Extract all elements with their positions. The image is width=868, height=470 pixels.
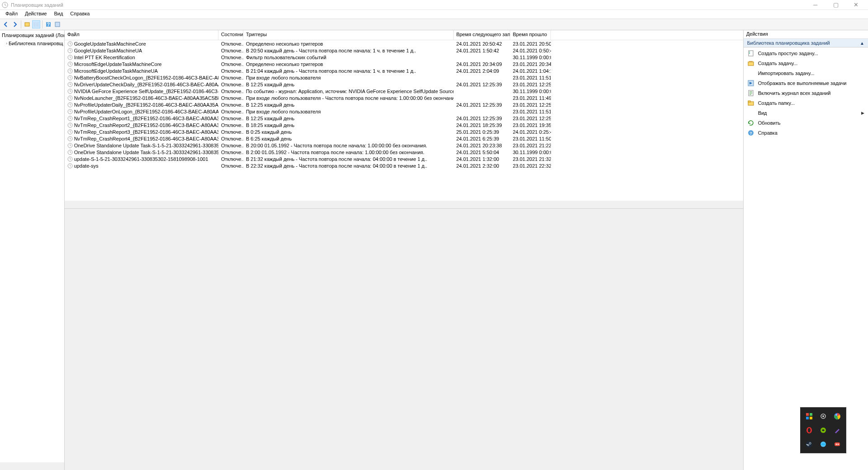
svg-rect-39 [806, 413, 809, 416]
tray-settings-icon[interactable] [818, 411, 829, 422]
task-row[interactable]: NvNodeLauncher_{B2FE1952-0186-46C3-BAEC-… [65, 94, 743, 101]
blank-icon [747, 70, 754, 77]
clock-icon [67, 89, 73, 94]
menu-view[interactable]: Вид [50, 10, 66, 19]
toolbar: ? [0, 19, 868, 30]
col-state[interactable]: Состояние [218, 30, 243, 40]
actions-title: Действия [744, 30, 868, 39]
task-row[interactable]: MicrosoftEdgeUpdateTaskMachineUA Отключе… [65, 67, 743, 74]
toolbar-btn-2[interactable] [32, 20, 40, 28]
toolbar-btn-1[interactable] [23, 20, 31, 28]
clock-icon [67, 150, 73, 155]
task-row[interactable]: update-sys Отключе... В 22:32 каждый ден… [65, 162, 743, 169]
system-tray-popup [800, 407, 846, 453]
tree-scrollbar[interactable] [0, 462, 64, 470]
task-row[interactable]: OneDrive Standalone Update Task-S-1-5-21… [65, 149, 743, 155]
svg-rect-8 [7, 43, 8, 44]
running-icon [747, 80, 754, 87]
maximize-button[interactable]: ▢ [825, 0, 846, 9]
tree-library[interactable]: › Библиотека планировщ [1, 39, 63, 47]
task-row[interactable]: GoogleUpdateTaskMachineCore Отключе... О… [65, 40, 743, 47]
collapse-icon[interactable]: ▲ [860, 41, 864, 46]
back-button[interactable] [2, 20, 10, 28]
action-item[interactable]: Включить журнал всех заданий [744, 88, 868, 98]
toolbar-btn-4[interactable] [53, 20, 62, 28]
task2-icon [747, 60, 754, 67]
tree-root[interactable]: Планировщик заданий (Лок [1, 31, 63, 39]
clock-icon [67, 116, 73, 121]
tray-discord-icon[interactable] [832, 439, 843, 450]
task-icon [747, 50, 754, 57]
action-item[interactable]: Отображать все выполняемые задачи [744, 78, 868, 88]
task-row[interactable]: Intel PTT EK Recertification Отключе... … [65, 54, 743, 61]
tray-brush-icon[interactable] [832, 425, 843, 436]
task-row[interactable]: NvDriverUpdateCheckDaily_{B2FE1952-0186-… [65, 81, 743, 88]
menubar: Файл Действие Вид Справка [0, 10, 868, 19]
svg-point-44 [822, 415, 824, 417]
clock-icon [67, 163, 73, 169]
task-row[interactable]: NvTmRep_CrashReport1_{B2FE1952-0186-46C3… [65, 115, 743, 122]
menu-file[interactable]: Файл [2, 10, 21, 19]
svg-rect-31 [748, 62, 754, 66]
task-row[interactable]: NvProfileUpdaterOnLogon_{B2FE1952-0186-4… [65, 108, 743, 115]
actions-pane: Действия Библиотека планировщика заданий… [744, 30, 868, 470]
tree-pane: Планировщик заданий (Лок › Библиотека пл… [0, 30, 65, 470]
task-row[interactable]: NvTmRep_CrashReport2_{B2FE1952-0186-46C3… [65, 122, 743, 128]
titlebar: Планировщик заданий ─ ▢ ✕ [0, 0, 868, 10]
clock-icon [67, 129, 73, 135]
action-item[interactable]: Создать папку... [744, 98, 868, 108]
actions-section[interactable]: Библиотека планировщика заданий ▲ [744, 39, 868, 47]
col-next[interactable]: Время следующего запуска [454, 30, 510, 40]
details-pane [65, 209, 743, 470]
minimize-button[interactable]: ─ [805, 0, 825, 9]
svg-rect-36 [748, 101, 750, 102]
action-item[interactable]: Вид▶ [744, 108, 868, 118]
action-item[interactable]: Создать простую задачу... [744, 48, 868, 58]
task-row[interactable]: MicrosoftEdgeUpdateTaskMachineCore Отклю… [65, 61, 743, 67]
app-icon [2, 2, 8, 8]
svg-text:?: ? [47, 22, 50, 27]
svg-point-57 [838, 444, 839, 445]
clock-icon [67, 75, 73, 80]
list-scrollbar[interactable] [65, 201, 743, 208]
col-file[interactable]: Файл [65, 30, 218, 40]
task-row[interactable]: OneDrive Standalone Update Task-S-1-5-21… [65, 142, 743, 149]
forward-button[interactable] [11, 20, 19, 28]
svg-rect-3 [36, 22, 39, 27]
col-triggers[interactable]: Триггеры [243, 30, 454, 40]
task-row[interactable]: NVIDIA GeForce Experience SelfUpdate_{B2… [65, 88, 743, 94]
help-button[interactable]: ? [44, 20, 52, 28]
svg-rect-42 [810, 417, 812, 419]
task-row[interactable]: update-S-1-5-21-3033242961-330835302-158… [65, 155, 743, 162]
clock-icon [67, 156, 73, 162]
svg-rect-55 [835, 442, 840, 446]
task-row[interactable]: NvProfileUpdaterDaily_{B2FE1952-0186-46C… [65, 101, 743, 108]
task-header: Файл Состояние Триггеры Время следующего… [65, 30, 743, 40]
task-row[interactable]: NvTmRep_CrashReport3_{B2FE1952-0186-46C3… [65, 128, 743, 135]
clock-icon [67, 109, 73, 114]
action-item[interactable]: Создать задачу... [744, 58, 868, 68]
col-last[interactable]: Время прошло [510, 30, 551, 40]
task-row[interactable]: NvTmRep_CrashReport4_{B2FE1952-0186-46C3… [65, 135, 743, 142]
task-row[interactable]: NvBatteryBoostCheckOnLogon_{B2FE1952-018… [65, 74, 743, 81]
clock-icon [67, 122, 73, 128]
blank-icon [747, 109, 754, 117]
menu-help[interactable]: Справка [66, 10, 93, 19]
svg-rect-40 [810, 413, 812, 416]
tray-chrome-icon[interactable] [832, 411, 843, 422]
folder-icon [7, 40, 8, 47]
tray-security-icon[interactable] [804, 411, 815, 422]
action-item[interactable]: Импортировать задачу... [744, 68, 868, 78]
close-button[interactable]: ✕ [846, 0, 866, 9]
action-item[interactable]: Обновить [744, 118, 868, 128]
refresh-icon [747, 119, 754, 127]
task-row[interactable]: GoogleUpdateTaskMachineUA Отключе... В 2… [65, 47, 743, 54]
menu-action[interactable]: Действие [21, 10, 50, 19]
action-item[interactable]: ?Справка [744, 128, 868, 138]
tray-opera-icon[interactable] [804, 425, 815, 436]
tray-nvidia-icon[interactable] [818, 425, 829, 436]
tray-steam-icon[interactable] [804, 439, 815, 450]
svg-rect-32 [749, 61, 753, 62]
tray-globe-icon[interactable] [818, 439, 829, 450]
svg-rect-2 [33, 22, 36, 27]
